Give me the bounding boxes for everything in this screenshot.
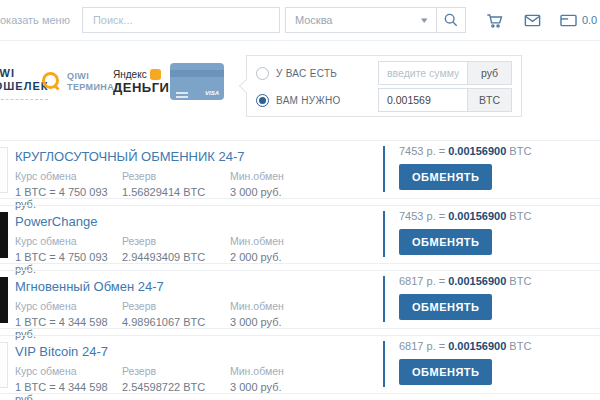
amount-converter-box: У ВАС ЕСТЬ руб ВАМ НУЖНО BTC (246, 55, 522, 117)
min-label: Мин.обмен (230, 235, 370, 247)
you-have-amount-input[interactable] (379, 62, 467, 84)
payment-bank-card[interactable]: VISA (170, 63, 224, 100)
reserve-label: Резерв (122, 300, 230, 312)
offer-price: 7453 р.=0.00156900 BTC (399, 210, 531, 222)
reserve-value: 4.98961067 BTC (122, 316, 230, 328)
reserve-label: Резерв (122, 365, 230, 377)
exchange-button[interactable]: ОБМЕНЯТЬ (399, 294, 492, 320)
visa-logo: VISA (205, 90, 219, 96)
search-icon (443, 12, 459, 28)
reserve-label: Резерв (122, 170, 230, 182)
payment-yandex-money[interactable]: Яндекс ДЕНЬГИ (113, 69, 169, 95)
offer-price: 6817 р.=0.00156900 BTC (399, 340, 531, 352)
min-value: 3 000 руб. (230, 316, 370, 328)
top-bar: оказать меню Москва ▾ 0.0 (0, 0, 600, 41)
offer-accent-line (383, 276, 385, 322)
city-select-value: Москва (295, 14, 333, 26)
qiwi-logo-icon (40, 71, 62, 93)
min-label: Мин.обмен (230, 170, 370, 182)
exchanger-logo (0, 147, 8, 193)
city-select[interactable]: Москва ▾ (285, 7, 437, 33)
pointer-notch (239, 79, 253, 93)
you-have-row: У ВАС ЕСТЬ руб (256, 62, 512, 84)
rate-label: Курс обмена (15, 365, 122, 377)
min-value: 2 000 руб. (230, 251, 370, 263)
exchanger-name-link[interactable]: VIP Bitcoin 24-7 (15, 344, 108, 359)
min-value: 3 000 руб. (230, 381, 370, 393)
you-need-label: ВАМ НУЖНО (276, 95, 378, 106)
reserve-label: Резерв (122, 235, 230, 247)
exchange-button[interactable]: ОБМЕНЯТЬ (399, 229, 492, 255)
you-need-amount-input[interactable] (379, 89, 467, 111)
page: оказать меню Москва ▾ 0.0 QIWI КОШЕЛЕК (0, 0, 600, 400)
search-input[interactable] (82, 7, 280, 33)
exchanger-row: КРУГЛОСУТОЧНЫЙ ОБМЕННИК 24-7 Курс обмена… (0, 140, 600, 199)
reserve-value: 2.54598722 BTC (122, 381, 230, 393)
exchanger-row: VIP Bitcoin 24-7 Курс обмена1 BTC = 4 34… (0, 335, 600, 394)
offer-accent-line (383, 211, 385, 257)
rate-label: Курс обмена (15, 300, 122, 312)
you-have-label: У ВАС ЕСТЬ (276, 68, 378, 79)
exchanger-logo (0, 212, 8, 258)
exchange-button[interactable]: ОБМЕНЯТЬ (399, 359, 492, 385)
cart-icon[interactable] (485, 11, 504, 30)
exchanger-row: Мгновенный Обмен 24-7 Курс обмена1 BTC =… (0, 270, 600, 329)
yandex-money-icon (150, 69, 161, 80)
exchanger-logo (0, 277, 8, 323)
you-need-row: ВАМ НУЖНО BTC (256, 89, 512, 111)
card-number-dashes (176, 92, 188, 94)
exchanger-row: PowerChange Курс обмена1 BTC = 4 750 093… (0, 205, 600, 264)
exchanger-logo (0, 342, 8, 388)
offer-accent-line (383, 341, 385, 387)
offer-price: 6817 р.=0.00156900 BTC (399, 275, 531, 287)
min-label: Мин.обмен (230, 300, 370, 312)
you-need-radio[interactable] (256, 94, 269, 107)
mail-icon[interactable] (523, 11, 542, 30)
payment-qiwi-terminal[interactable]: QIWI ТЕРМИНАЛ (40, 71, 121, 93)
chevron-down-icon: ▾ (421, 15, 427, 25)
card-stripe (170, 70, 224, 77)
rub-currency-label: руб (467, 62, 511, 84)
balance-value: 0.0 (582, 14, 597, 26)
wallet-card-icon (559, 11, 578, 30)
offer-price: 7453 р.=0.00156900 BTC (399, 145, 531, 157)
btc-currency-label: BTC (467, 89, 511, 111)
rate-label: Курс обмена (15, 235, 122, 247)
exchanger-name-link[interactable]: КРУГЛОСУТОЧНЫЙ ОБМЕННИК 24-7 (15, 149, 245, 164)
rate-label: Курс обмена (15, 170, 122, 182)
min-value: 3 000 руб. (230, 186, 370, 198)
exchanger-name-link[interactable]: PowerChange (15, 214, 97, 229)
exchange-button[interactable]: ОБМЕНЯТЬ (399, 164, 492, 190)
exchanger-name-link[interactable]: Мгновенный Обмен 24-7 (15, 279, 164, 294)
show-menu-button[interactable]: оказать меню (0, 14, 70, 26)
reserve-value: 1.56829414 BTC (122, 186, 230, 198)
rate-value: 1 BTC = 4 344 598 руб. (15, 381, 122, 400)
wallet-balance[interactable]: 0.0 (559, 11, 597, 30)
reserve-value: 2.94493409 BTC (122, 251, 230, 263)
min-label: Мин.обмен (230, 365, 370, 377)
search-button[interactable] (436, 7, 466, 33)
exchanger-list: КРУГЛОСУТОЧНЫЙ ОБМЕННИК 24-7 Курс обмена… (0, 140, 600, 394)
you-have-radio[interactable] (256, 67, 269, 80)
offer-accent-line (383, 146, 385, 192)
converter-section: QIWI КОШЕЛЕК QIWI ТЕРМИНАЛ Яндекс ДЕНЬГИ… (0, 55, 600, 119)
